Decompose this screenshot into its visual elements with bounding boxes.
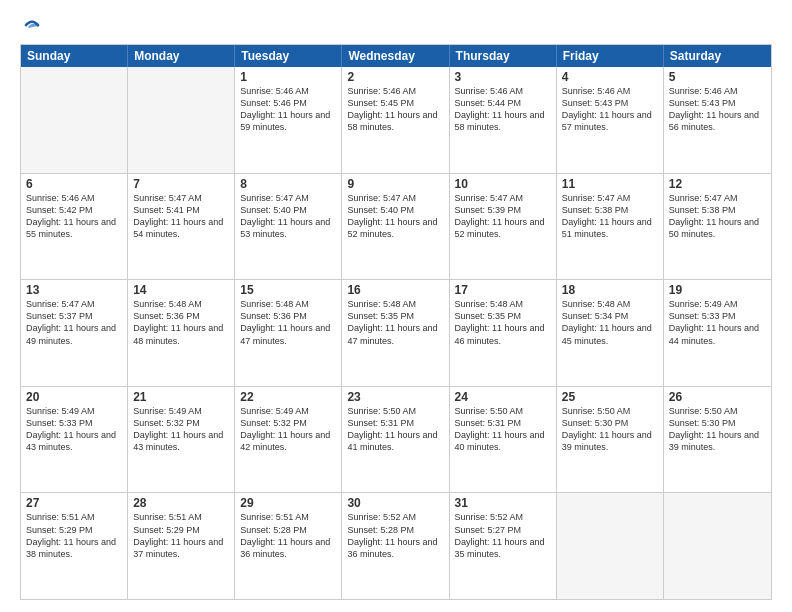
day-info: Sunrise: 5:49 AM Sunset: 5:32 PM Dayligh… (240, 405, 336, 454)
calendar-cell: 26Sunrise: 5:50 AM Sunset: 5:30 PM Dayli… (664, 387, 771, 493)
day-info: Sunrise: 5:48 AM Sunset: 5:35 PM Dayligh… (347, 298, 443, 347)
calendar-cell: 27Sunrise: 5:51 AM Sunset: 5:29 PM Dayli… (21, 493, 128, 599)
day-number: 9 (347, 177, 443, 191)
calendar-cell: 30Sunrise: 5:52 AM Sunset: 5:28 PM Dayli… (342, 493, 449, 599)
calendar-cell: 10Sunrise: 5:47 AM Sunset: 5:39 PM Dayli… (450, 174, 557, 280)
day-number: 26 (669, 390, 766, 404)
calendar-cell (664, 493, 771, 599)
calendar-cell: 18Sunrise: 5:48 AM Sunset: 5:34 PM Dayli… (557, 280, 664, 386)
calendar-cell: 24Sunrise: 5:50 AM Sunset: 5:31 PM Dayli… (450, 387, 557, 493)
day-info: Sunrise: 5:48 AM Sunset: 5:36 PM Dayligh… (133, 298, 229, 347)
calendar-week: 1Sunrise: 5:46 AM Sunset: 5:46 PM Daylig… (21, 67, 771, 173)
calendar-cell: 16Sunrise: 5:48 AM Sunset: 5:35 PM Dayli… (342, 280, 449, 386)
day-info: Sunrise: 5:49 AM Sunset: 5:33 PM Dayligh… (26, 405, 122, 454)
weekday-header: Monday (128, 45, 235, 67)
calendar-cell: 14Sunrise: 5:48 AM Sunset: 5:36 PM Dayli… (128, 280, 235, 386)
calendar-cell: 7Sunrise: 5:47 AM Sunset: 5:41 PM Daylig… (128, 174, 235, 280)
calendar-cell: 1Sunrise: 5:46 AM Sunset: 5:46 PM Daylig… (235, 67, 342, 173)
day-info: Sunrise: 5:47 AM Sunset: 5:40 PM Dayligh… (347, 192, 443, 241)
day-number: 4 (562, 70, 658, 84)
day-number: 11 (562, 177, 658, 191)
day-info: Sunrise: 5:47 AM Sunset: 5:41 PM Dayligh… (133, 192, 229, 241)
day-info: Sunrise: 5:51 AM Sunset: 5:29 PM Dayligh… (26, 511, 122, 560)
day-info: Sunrise: 5:48 AM Sunset: 5:36 PM Dayligh… (240, 298, 336, 347)
day-number: 23 (347, 390, 443, 404)
day-number: 7 (133, 177, 229, 191)
day-info: Sunrise: 5:52 AM Sunset: 5:28 PM Dayligh… (347, 511, 443, 560)
day-info: Sunrise: 5:46 AM Sunset: 5:46 PM Dayligh… (240, 85, 336, 134)
calendar-body: 1Sunrise: 5:46 AM Sunset: 5:46 PM Daylig… (21, 67, 771, 599)
day-info: Sunrise: 5:49 AM Sunset: 5:33 PM Dayligh… (669, 298, 766, 347)
page: SundayMondayTuesdayWednesdayThursdayFrid… (0, 0, 792, 612)
day-info: Sunrise: 5:46 AM Sunset: 5:43 PM Dayligh… (669, 85, 766, 134)
calendar-cell: 28Sunrise: 5:51 AM Sunset: 5:29 PM Dayli… (128, 493, 235, 599)
day-number: 15 (240, 283, 336, 297)
day-info: Sunrise: 5:50 AM Sunset: 5:30 PM Dayligh… (562, 405, 658, 454)
day-number: 16 (347, 283, 443, 297)
calendar-cell: 21Sunrise: 5:49 AM Sunset: 5:32 PM Dayli… (128, 387, 235, 493)
calendar-cell: 6Sunrise: 5:46 AM Sunset: 5:42 PM Daylig… (21, 174, 128, 280)
weekday-header: Wednesday (342, 45, 449, 67)
day-info: Sunrise: 5:47 AM Sunset: 5:40 PM Dayligh… (240, 192, 336, 241)
calendar-week: 20Sunrise: 5:49 AM Sunset: 5:33 PM Dayli… (21, 386, 771, 493)
day-number: 17 (455, 283, 551, 297)
calendar-cell: 25Sunrise: 5:50 AM Sunset: 5:30 PM Dayli… (557, 387, 664, 493)
day-info: Sunrise: 5:51 AM Sunset: 5:29 PM Dayligh… (133, 511, 229, 560)
logo-icon (22, 16, 42, 36)
day-number: 18 (562, 283, 658, 297)
day-number: 31 (455, 496, 551, 510)
weekday-header: Friday (557, 45, 664, 67)
day-number: 10 (455, 177, 551, 191)
day-info: Sunrise: 5:50 AM Sunset: 5:30 PM Dayligh… (669, 405, 766, 454)
weekday-header: Sunday (21, 45, 128, 67)
day-number: 1 (240, 70, 336, 84)
calendar-cell (128, 67, 235, 173)
day-info: Sunrise: 5:47 AM Sunset: 5:38 PM Dayligh… (562, 192, 658, 241)
day-number: 30 (347, 496, 443, 510)
day-number: 28 (133, 496, 229, 510)
day-info: Sunrise: 5:46 AM Sunset: 5:42 PM Dayligh… (26, 192, 122, 241)
day-info: Sunrise: 5:52 AM Sunset: 5:27 PM Dayligh… (455, 511, 551, 560)
day-info: Sunrise: 5:48 AM Sunset: 5:34 PM Dayligh… (562, 298, 658, 347)
calendar-cell: 29Sunrise: 5:51 AM Sunset: 5:28 PM Dayli… (235, 493, 342, 599)
calendar-cell (21, 67, 128, 173)
calendar-cell: 11Sunrise: 5:47 AM Sunset: 5:38 PM Dayli… (557, 174, 664, 280)
day-number: 5 (669, 70, 766, 84)
day-number: 29 (240, 496, 336, 510)
calendar-cell: 8Sunrise: 5:47 AM Sunset: 5:40 PM Daylig… (235, 174, 342, 280)
logo (20, 16, 42, 36)
calendar-cell: 31Sunrise: 5:52 AM Sunset: 5:27 PM Dayli… (450, 493, 557, 599)
day-info: Sunrise: 5:46 AM Sunset: 5:44 PM Dayligh… (455, 85, 551, 134)
calendar-cell: 19Sunrise: 5:49 AM Sunset: 5:33 PM Dayli… (664, 280, 771, 386)
day-number: 19 (669, 283, 766, 297)
day-number: 21 (133, 390, 229, 404)
calendar-cell: 9Sunrise: 5:47 AM Sunset: 5:40 PM Daylig… (342, 174, 449, 280)
day-number: 12 (669, 177, 766, 191)
day-number: 24 (455, 390, 551, 404)
calendar-cell: 15Sunrise: 5:48 AM Sunset: 5:36 PM Dayli… (235, 280, 342, 386)
calendar-week: 6Sunrise: 5:46 AM Sunset: 5:42 PM Daylig… (21, 173, 771, 280)
calendar-cell: 3Sunrise: 5:46 AM Sunset: 5:44 PM Daylig… (450, 67, 557, 173)
calendar-cell: 17Sunrise: 5:48 AM Sunset: 5:35 PM Dayli… (450, 280, 557, 386)
day-info: Sunrise: 5:49 AM Sunset: 5:32 PM Dayligh… (133, 405, 229, 454)
day-info: Sunrise: 5:50 AM Sunset: 5:31 PM Dayligh… (347, 405, 443, 454)
calendar-cell: 5Sunrise: 5:46 AM Sunset: 5:43 PM Daylig… (664, 67, 771, 173)
day-info: Sunrise: 5:47 AM Sunset: 5:37 PM Dayligh… (26, 298, 122, 347)
day-number: 22 (240, 390, 336, 404)
calendar-cell: 2Sunrise: 5:46 AM Sunset: 5:45 PM Daylig… (342, 67, 449, 173)
calendar-cell: 4Sunrise: 5:46 AM Sunset: 5:43 PM Daylig… (557, 67, 664, 173)
day-info: Sunrise: 5:48 AM Sunset: 5:35 PM Dayligh… (455, 298, 551, 347)
day-info: Sunrise: 5:47 AM Sunset: 5:38 PM Dayligh… (669, 192, 766, 241)
day-number: 25 (562, 390, 658, 404)
calendar-cell: 12Sunrise: 5:47 AM Sunset: 5:38 PM Dayli… (664, 174, 771, 280)
day-info: Sunrise: 5:50 AM Sunset: 5:31 PM Dayligh… (455, 405, 551, 454)
day-info: Sunrise: 5:46 AM Sunset: 5:45 PM Dayligh… (347, 85, 443, 134)
calendar-cell: 20Sunrise: 5:49 AM Sunset: 5:33 PM Dayli… (21, 387, 128, 493)
weekday-header: Saturday (664, 45, 771, 67)
weekday-header: Thursday (450, 45, 557, 67)
weekday-header: Tuesday (235, 45, 342, 67)
day-number: 20 (26, 390, 122, 404)
calendar-cell: 22Sunrise: 5:49 AM Sunset: 5:32 PM Dayli… (235, 387, 342, 493)
day-number: 13 (26, 283, 122, 297)
calendar-week: 13Sunrise: 5:47 AM Sunset: 5:37 PM Dayli… (21, 279, 771, 386)
